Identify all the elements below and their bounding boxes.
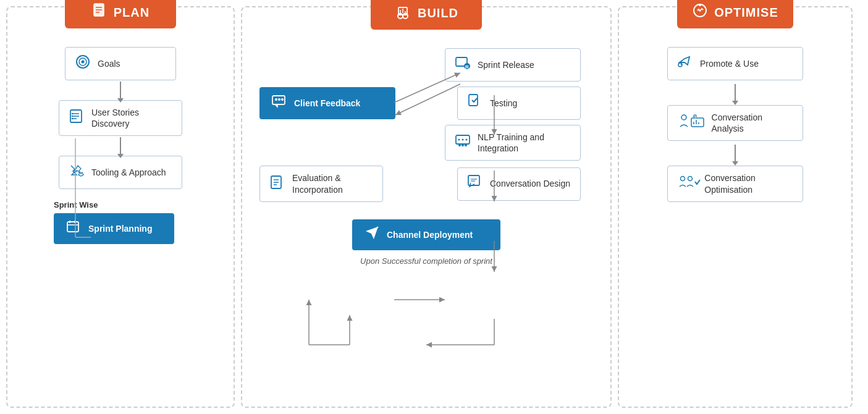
arrow-userstories-to-tooling <box>120 137 121 154</box>
svg-point-7 <box>82 61 85 64</box>
conversation-optimisation-icon <box>676 174 698 194</box>
svg-rect-15 <box>67 222 78 232</box>
nlp-training-label: NLP Training and Integration <box>478 132 571 154</box>
client-feedback-icon <box>271 93 288 113</box>
nlp-training-icon <box>454 133 471 153</box>
svg-point-55 <box>458 139 460 141</box>
conversation-design-label: Conversation Design <box>490 178 570 189</box>
optimise-header: OPTIMISE <box>677 0 793 28</box>
svg-point-13 <box>72 116 73 117</box>
arrow-goals-to-userstories <box>120 82 121 99</box>
nlp-training-node: NLP Training and Integration <box>445 125 581 161</box>
tooling-icon <box>68 163 85 182</box>
channel-deployment-icon <box>363 226 381 244</box>
svg-point-54 <box>465 144 467 146</box>
svg-point-48 <box>278 98 280 101</box>
svg-point-12 <box>72 113 73 114</box>
optimise-section: OPTIMISE Promote & Use <box>618 6 853 408</box>
user-stories-node: User Stories Discovery <box>59 100 182 136</box>
goals-icon <box>74 54 91 74</box>
svg-text:$: $ <box>694 115 696 119</box>
evaluation-node: Evaluation & Incorporation <box>259 166 383 201</box>
tooling-node: Tooling & Approach <box>59 156 182 189</box>
conversation-optimisation-label: Conversation Optimisation <box>704 172 794 195</box>
promote-use-node: Promote & Use <box>667 47 803 80</box>
evaluation-icon <box>269 174 286 194</box>
svg-point-70 <box>681 115 686 120</box>
evaluation-label: Evaluation & Incorporation <box>292 172 374 195</box>
client-feedback-node[interactable]: Client Feedback <box>259 87 395 119</box>
tooling-label: Tooling & Approach <box>91 167 166 178</box>
plan-icon <box>91 2 107 22</box>
build-label: BUILD <box>418 6 458 20</box>
testing-node: Testing <box>457 87 581 120</box>
conversation-design-node: Conversation Design <box>457 167 581 201</box>
conversation-analysis-node: $ Conversation Analysis <box>667 105 803 141</box>
diagram-container: PLAN Goals <box>0 0 868 414</box>
svg-point-52 <box>458 144 461 146</box>
goals-label: Goals <box>98 58 120 69</box>
svg-point-56 <box>462 139 464 141</box>
build-section: BUILD <box>241 6 612 408</box>
conversation-design-icon <box>466 174 484 194</box>
svg-point-53 <box>461 144 464 146</box>
build-header: BUILD <box>371 0 482 30</box>
testing-label: Testing <box>490 98 517 109</box>
conversation-optimisation-node: Conversation Optimisation <box>667 166 803 201</box>
channel-deployment-label: Channel Deployment <box>387 229 473 240</box>
svg-point-77 <box>681 176 685 180</box>
user-stories-label: User Stories Discovery <box>91 107 173 129</box>
svg-point-57 <box>466 139 468 141</box>
svg-point-14 <box>72 118 73 119</box>
testing-icon <box>466 93 484 113</box>
optimise-label: OPTIMISE <box>714 6 778 20</box>
plan-section: PLAN Goals <box>6 6 235 408</box>
arrow-analysis-to-optimisation <box>735 145 736 162</box>
sprint-planning-label: Sprint Planning <box>88 223 152 234</box>
promote-use-icon <box>676 54 694 74</box>
plan-header: PLAN <box>65 0 176 28</box>
svg-point-49 <box>281 98 284 101</box>
arrow-promote-to-analysis <box>735 84 736 101</box>
sprint-release-node: R Sprint Release <box>445 48 581 82</box>
client-feedback-label: Client Feedback <box>294 98 360 109</box>
svg-point-47 <box>275 98 277 101</box>
svg-text:R: R <box>465 64 469 70</box>
svg-point-78 <box>688 176 693 180</box>
channel-deployment-node[interactable]: Channel Deployment <box>352 219 500 250</box>
sprint-section: Sprint Wise Sprint Planning <box>20 200 221 244</box>
sprint-planning-icon <box>65 219 82 238</box>
conversation-analysis-label: Conversation Analysis <box>712 112 794 134</box>
channel-sublabel: Upon Successful completion of sprint <box>360 255 492 266</box>
sprint-release-icon: R <box>454 55 471 75</box>
build-icon <box>394 2 411 23</box>
sprint-release-label: Sprint Release <box>478 59 534 70</box>
optimise-icon <box>692 2 708 22</box>
goals-node: Goals <box>65 47 176 80</box>
user-stories-icon <box>68 108 85 128</box>
sprint-planning-node[interactable]: Sprint Planning <box>54 213 174 244</box>
svg-rect-50 <box>469 95 478 106</box>
channel-sublabel-text: Upon Successful completion of sprint <box>360 256 492 266</box>
build-content: R Sprint Release <box>253 48 599 266</box>
plan-label: PLAN <box>114 6 150 20</box>
optimise-content: Promote & Use <box>631 47 839 202</box>
svg-rect-71 <box>691 118 704 127</box>
sprint-wise-label: Sprint Wise <box>54 200 98 209</box>
promote-use-label: Promote & Use <box>700 58 759 69</box>
plan-content: Goals User Stories Disco <box>20 47 221 244</box>
conversation-analysis-icon: $ <box>676 113 706 133</box>
